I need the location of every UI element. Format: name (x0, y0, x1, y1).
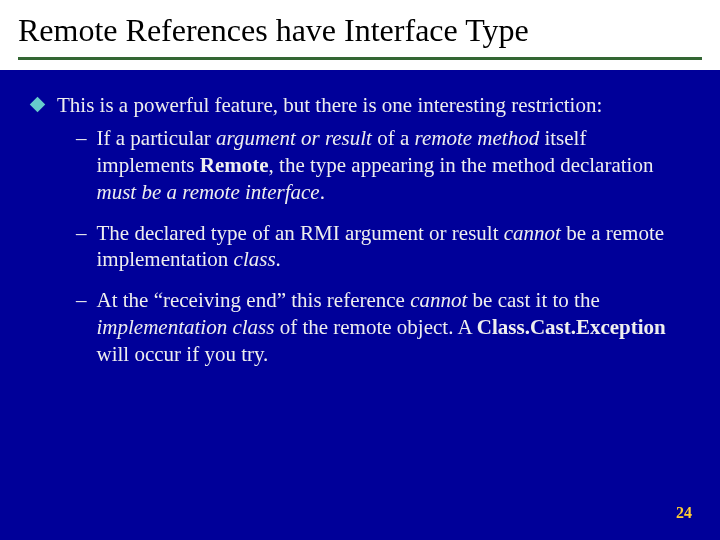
t: implementation class (97, 315, 275, 339)
title-area: Remote References have Interface Type (0, 0, 720, 64)
diamond-bullet-icon (30, 97, 46, 113)
dash-icon: – (76, 287, 87, 368)
t: will occur if you try. (97, 342, 269, 366)
t: argument or result (216, 126, 372, 150)
t: must be a remote interface (97, 180, 320, 204)
t: cannot (504, 221, 561, 245)
t: At the “receiving end” this reference (97, 288, 411, 312)
t: of the remote object. A (274, 315, 476, 339)
t: If a particular (97, 126, 217, 150)
page-number: 24 (676, 504, 692, 522)
content-area: This is a powerful feature, but there is… (0, 70, 720, 368)
t: class (234, 247, 276, 271)
t: , the type appearing in the method decla… (269, 153, 654, 177)
bullet-level1: This is a powerful feature, but there is… (32, 92, 688, 119)
dash-icon: – (76, 220, 87, 274)
t: . (320, 180, 325, 204)
sublist: – If a particular argument or result of … (76, 125, 688, 368)
sub-bullet-3: – At the “receiving end” this reference … (76, 287, 688, 368)
t: cannot (410, 288, 467, 312)
t: of a (372, 126, 415, 150)
t: remote method (415, 126, 540, 150)
sub-bullet-1: – If a particular argument or result of … (76, 125, 688, 206)
title-underline (18, 57, 702, 60)
bullet1-text: This is a powerful feature, but there is… (57, 92, 688, 119)
sub2-text: The declared type of an RMI argument or … (97, 220, 689, 274)
t: Remote (200, 153, 269, 177)
sub-bullet-2: – The declared type of an RMI argument o… (76, 220, 688, 274)
slide-title: Remote References have Interface Type (0, 0, 720, 57)
t: Class.Cast.Exception (477, 315, 666, 339)
t: . (276, 247, 281, 271)
t: be cast it to the (467, 288, 599, 312)
sub1-text: If a particular argument or result of a … (97, 125, 689, 206)
dash-icon: – (76, 125, 87, 206)
sub3-text: At the “receiving end” this reference ca… (97, 287, 689, 368)
t: The declared type of an RMI argument or … (97, 221, 504, 245)
